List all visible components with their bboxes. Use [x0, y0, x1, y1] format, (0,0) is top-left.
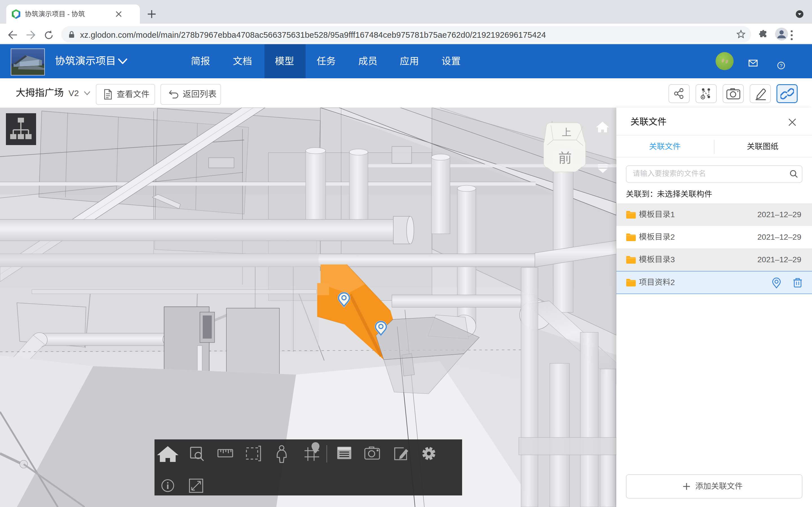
svg-text:2: 2 [670, 233, 675, 241]
svg-text:1: 1 [670, 210, 675, 219]
svg-text:2: 2 [670, 278, 675, 287]
svg-text:-: - [67, 10, 70, 18]
svg-text:3: 3 [670, 255, 675, 264]
svg-text:?: ? [780, 63, 782, 68]
